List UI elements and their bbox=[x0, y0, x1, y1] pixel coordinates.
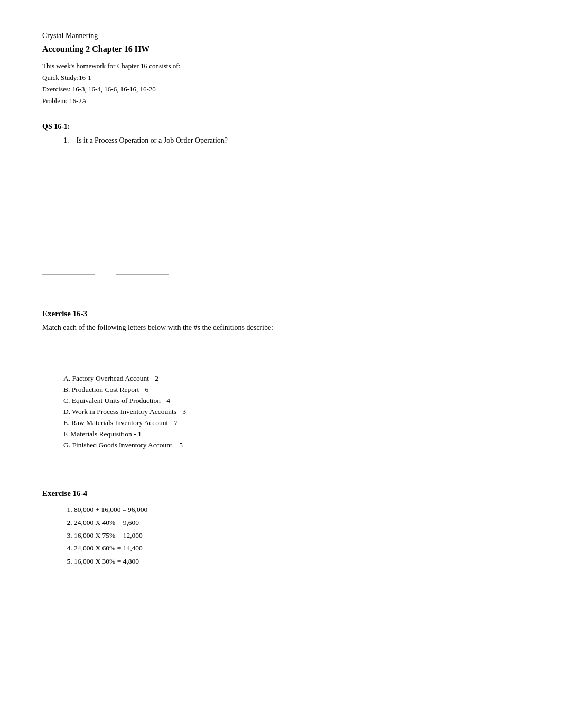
chapter-title: Accounting 2 Chapter 16 HW bbox=[42, 44, 433, 54]
intro-line2: Quick Study:16-1 bbox=[42, 72, 433, 84]
blank-area-qs161 bbox=[42, 149, 433, 244]
exercise164-header: Exercise 16-4 bbox=[42, 489, 433, 498]
exercise163-header: Exercise 16-3 bbox=[42, 309, 433, 318]
table-col2 bbox=[116, 265, 169, 275]
exercise163-desc: Match each of the following letters belo… bbox=[42, 324, 433, 332]
ex163-item-c: C. Equivalent Units of Production - 4 bbox=[63, 397, 433, 405]
ex163-item-b: B. Production Cost Report - 6 bbox=[63, 385, 433, 394]
exercise164-list: 80,000 + 16,000 – 96,000 24,000 X 40% = … bbox=[74, 503, 433, 567]
qs161-header: QS 16-1: bbox=[42, 123, 433, 131]
ex164-item-4: 24,000 X 60% = 14,400 bbox=[74, 542, 433, 555]
ex163-item-a: A. Factory Overhead Account - 2 bbox=[63, 374, 433, 383]
intro-line3: Exercises: 16-3, 16-4, 16-6, 16-16, 16-2… bbox=[42, 84, 433, 95]
ex163-item-e: E. Raw Materials Inventory Account - 7 bbox=[63, 419, 433, 427]
table-placeholder-area bbox=[42, 265, 433, 275]
ex164-item-5: 16,000 X 30% = 4,800 bbox=[74, 555, 433, 568]
table-col1 bbox=[42, 265, 95, 275]
ex164-item-1: 80,000 + 16,000 – 96,000 bbox=[74, 503, 433, 516]
spacer-ex164 bbox=[42, 452, 433, 473]
page-container: Crystal Mannering Accounting 2 Chapter 1… bbox=[0, 0, 475, 600]
intro-block: This week's homework for Chapter 16 cons… bbox=[42, 60, 433, 107]
intro-line4: Problem: 16-2A bbox=[42, 95, 433, 107]
ex163-item-f: F. Materials Requisition - 1 bbox=[63, 430, 433, 438]
exercise163-list: A. Factory Overhead Account - 2 B. Produ… bbox=[42, 374, 433, 449]
author-name: Crystal Mannering bbox=[42, 32, 433, 40]
ex164-item-2: 24,000 X 40% = 9,600 bbox=[74, 517, 433, 529]
ex163-item-d: D. Work in Process Inventory Accounts - … bbox=[63, 408, 433, 416]
ex164-item-3: 16,000 X 75% = 12,000 bbox=[74, 529, 433, 542]
blank-area-ex163 bbox=[42, 343, 433, 374]
intro-line1: This week's homework for Chapter 16 cons… bbox=[42, 60, 433, 72]
qs161-question: 1. Is it a Process Operation or a Job Or… bbox=[63, 136, 433, 145]
ex163-item-g: G. Finished Goods Inventory Account – 5 bbox=[63, 441, 433, 449]
